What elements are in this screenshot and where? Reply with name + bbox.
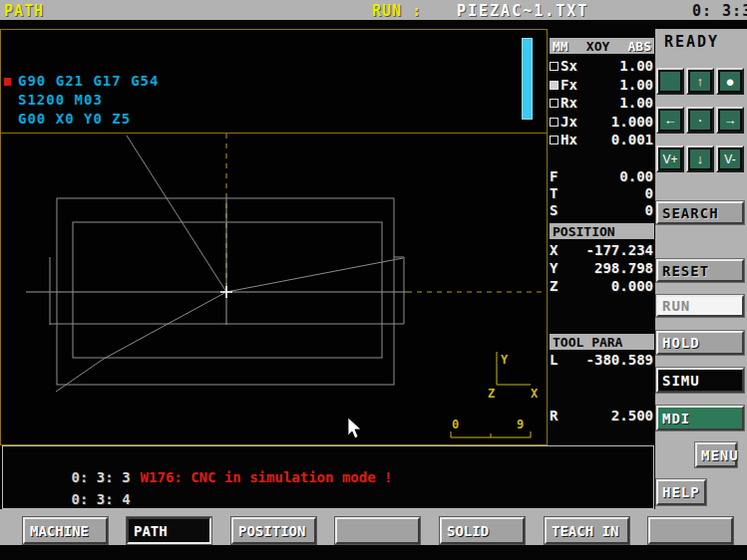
- feed-label: F: [550, 168, 558, 184]
- softkey-empty-1[interactable]: [335, 517, 420, 544]
- menu-button[interactable]: MENU: [695, 442, 737, 467]
- scale-ruler: [451, 431, 531, 437]
- tool-length-row: L -380.589: [550, 352, 653, 368]
- axis-value: 298.798: [594, 260, 653, 276]
- softkey-bar: MACHINE PATH POSITION SOLID TEACH IN: [0, 509, 747, 545]
- run-button[interactable]: RUN: [656, 295, 744, 317]
- jog-blank-button[interactable]: [656, 68, 684, 95]
- modal-state-bar: MM XOY ABS: [550, 38, 654, 54]
- override-label: Rx: [560, 95, 577, 111]
- mdi-button[interactable]: MDI: [656, 406, 744, 430]
- softkey-solid[interactable]: SOLID: [440, 517, 525, 544]
- ruler-start-label: 0: [452, 418, 459, 431]
- titlebar: PATH RUN : PIEZAC~1.TXT 0: 3:33: [0, 0, 747, 20]
- axis-label: Z: [550, 278, 558, 294]
- dot-icon: ·: [697, 112, 703, 129]
- axis-label: X: [550, 242, 558, 258]
- reset-button[interactable]: RESET: [656, 259, 744, 282]
- override-label: Jx: [560, 114, 577, 130]
- tool-position-marker: [220, 286, 232, 298]
- tool-radius-value: 2.500: [611, 408, 653, 423]
- spindle-value: 0: [645, 202, 653, 218]
- crosshair-solid-lines: [26, 198, 407, 325]
- message-line: 0: 3: 3W176: CNC in simulation mode !: [21, 453, 392, 469]
- override-value: 1.00: [619, 95, 653, 111]
- search-button[interactable]: SEARCH: [656, 201, 744, 224]
- message-log: 0: 3: 3W176: CNC in simulation mode ! 0:…: [2, 445, 654, 509]
- spindle-button[interactable]: ●: [716, 68, 744, 95]
- position-title: POSITION: [553, 224, 615, 239]
- tool-row: T 0: [550, 185, 653, 201]
- v-minus-label: V-: [724, 153, 735, 165]
- ruler-end-label: 9: [517, 418, 524, 431]
- checkbox-icon[interactable]: [550, 62, 559, 71]
- status-panel: MM XOY ABS Sx 1.00 Fx 1.00 Rx 1.00 Jx 1.…: [548, 29, 656, 445]
- tool-radius-label: R: [550, 408, 558, 423]
- cnc-control-screen: PATH RUN : PIEZAC~1.TXT 0: 3:33 G90 G21 …: [0, 0, 747, 560]
- tool-para-section-header: TOOL PARA: [550, 334, 654, 350]
- mouse-cursor-icon: [348, 418, 361, 438]
- machine-state-label: READY: [664, 33, 719, 51]
- axis-row-y: Y 298.798: [550, 260, 653, 276]
- feed-minus-button[interactable]: V-: [716, 145, 744, 172]
- checkbox-icon[interactable]: [550, 136, 559, 144]
- jog-right-button[interactable]: →: [716, 107, 744, 134]
- override-value: 1.00: [619, 58, 653, 74]
- v-plus-label: V+: [662, 153, 677, 165]
- jog-down-button[interactable]: ↓: [686, 145, 714, 172]
- override-row-fx: Fx 1.00: [550, 77, 653, 93]
- axis-value: -177.234: [586, 242, 653, 258]
- hold-button[interactable]: HOLD: [656, 331, 744, 355]
- override-value: 1.000: [611, 114, 653, 130]
- tool-para-title: TOOL PARA: [553, 335, 622, 350]
- coord-mode: ABS: [628, 39, 651, 54]
- axis-value: 0.000: [611, 278, 653, 294]
- scale-ruler-labels: 0 9: [452, 418, 524, 431]
- up-arrow-icon: ↑: [697, 75, 704, 88]
- override-label: Sx: [560, 58, 577, 74]
- help-button[interactable]: HELP: [656, 479, 706, 505]
- down-arrow-icon: ↓: [697, 152, 704, 165]
- rapid-move-lines: [56, 136, 403, 392]
- bottom-strip: [0, 545, 747, 560]
- checkbox-checked-icon[interactable]: [550, 81, 559, 90]
- spindle-row: S 0: [550, 202, 653, 218]
- tool-label: T: [550, 185, 558, 201]
- position-section-header: POSITION: [550, 223, 654, 239]
- softkey-machine[interactable]: MACHINE: [23, 517, 108, 544]
- message-text: W176: CNC in simulation mode !: [141, 469, 393, 485]
- tool-length-label: L: [550, 352, 558, 368]
- plane-mode: XOY: [586, 39, 609, 54]
- override-row-sx: Sx 1.00: [550, 58, 653, 74]
- override-row-hx: Hx 0.001: [550, 132, 653, 147]
- jog-origin-button[interactable]: ·: [686, 107, 714, 134]
- jog-up-button[interactable]: ↑: [686, 68, 714, 95]
- tool-radius-row: R 2.500: [550, 408, 653, 423]
- axis-triad-labels: Y Z X: [488, 353, 539, 401]
- left-arrow-icon: ←: [664, 114, 677, 127]
- toolpath-viewport: G90 G21 G17 G54 S1200 M03 G00 X0 Y0 Z5: [0, 29, 548, 445]
- checkbox-icon[interactable]: [550, 118, 559, 127]
- active-mode-label: PATH: [4, 2, 44, 20]
- simu-button[interactable]: SIMU: [656, 368, 744, 393]
- jog-button-grid: ↑ ● ← · → V+ ↓ V-: [656, 68, 744, 172]
- loaded-program-name: PIEZAC~1.TXT: [457, 2, 588, 20]
- axis-label-y: Y: [501, 353, 509, 367]
- message-line: 0: 3: 4: [21, 475, 141, 491]
- softkey-position[interactable]: POSITION: [231, 517, 316, 544]
- softkey-empty-2[interactable]: [648, 517, 733, 544]
- axis-row-x: X -177.234: [550, 242, 653, 258]
- tool-length-value: -380.589: [586, 352, 653, 368]
- message-time: 0: 3: 4: [72, 491, 131, 507]
- jog-left-button[interactable]: ←: [656, 107, 684, 134]
- axis-label-x: X: [531, 387, 539, 401]
- title-separator: [0, 20, 747, 29]
- override-value: 0.001: [611, 132, 653, 147]
- units-mode: MM: [553, 39, 568, 54]
- softkey-teach-in[interactable]: TEACH IN: [545, 517, 629, 544]
- feed-plus-button[interactable]: V+: [656, 145, 684, 172]
- spindle-label: S: [550, 202, 558, 218]
- checkbox-icon[interactable]: [550, 99, 559, 108]
- softkey-path[interactable]: PATH: [127, 517, 211, 544]
- crosshair-dashed-lines: [226, 134, 547, 292]
